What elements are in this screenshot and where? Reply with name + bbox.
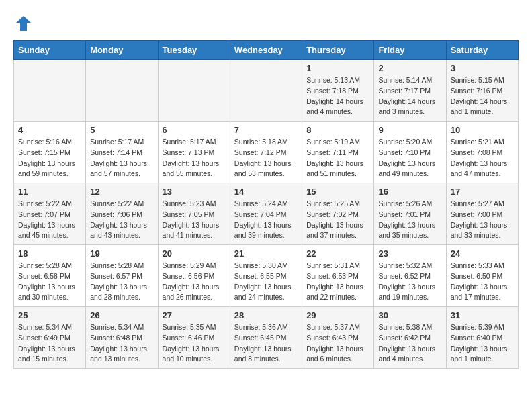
- calendar-cell: 12Sunrise: 5:22 AM Sunset: 7:06 PM Dayli…: [86, 183, 158, 245]
- day-number: 17: [451, 187, 514, 197]
- week-row-2: 4Sunrise: 5:16 AM Sunset: 7:15 PM Daylig…: [14, 122, 519, 183]
- week-row-5: 25Sunrise: 5:34 AM Sunset: 6:49 PM Dayli…: [14, 307, 519, 369]
- calendar-cell: 30Sunrise: 5:38 AM Sunset: 6:42 PM Dayli…: [374, 307, 446, 369]
- day-number: 12: [90, 187, 153, 197]
- calendar-cell: 29Sunrise: 5:37 AM Sunset: 6:43 PM Dayli…: [302, 307, 374, 369]
- day-info: Sunrise: 5:19 AM Sunset: 7:11 PM Dayligh…: [306, 137, 369, 179]
- page-header: [13, 13, 519, 34]
- day-info: Sunrise: 5:39 AM Sunset: 6:40 PM Dayligh…: [451, 322, 514, 365]
- day-info: Sunrise: 5:37 AM Sunset: 6:43 PM Dayligh…: [306, 322, 369, 365]
- day-info: Sunrise: 5:28 AM Sunset: 6:58 PM Dayligh…: [18, 261, 81, 303]
- calendar-cell: 4Sunrise: 5:16 AM Sunset: 7:15 PM Daylig…: [14, 122, 86, 183]
- day-number: 31: [451, 310, 514, 320]
- week-row-4: 18Sunrise: 5:28 AM Sunset: 6:58 PM Dayli…: [14, 245, 519, 307]
- day-number: 26: [90, 310, 153, 320]
- calendar-cell: 22Sunrise: 5:31 AM Sunset: 6:53 PM Dayli…: [302, 245, 374, 307]
- day-number: 1: [306, 63, 369, 73]
- day-number: 19: [90, 248, 153, 259]
- calendar-cell: [230, 60, 302, 122]
- day-number: 15: [306, 187, 369, 197]
- day-info: Sunrise: 5:18 AM Sunset: 7:12 PM Dayligh…: [234, 137, 298, 179]
- day-number: 6: [163, 125, 226, 135]
- day-number: 9: [378, 125, 441, 135]
- calendar-cell: 13Sunrise: 5:23 AM Sunset: 7:05 PM Dayli…: [158, 183, 230, 245]
- calendar-cell: 10Sunrise: 5:21 AM Sunset: 7:08 PM Dayli…: [446, 122, 518, 183]
- calendar-cell: 7Sunrise: 5:18 AM Sunset: 7:12 PM Daylig…: [230, 122, 302, 183]
- calendar-cell: 16Sunrise: 5:26 AM Sunset: 7:01 PM Dayli…: [374, 183, 446, 245]
- day-info: Sunrise: 5:13 AM Sunset: 7:18 PM Dayligh…: [306, 75, 369, 118]
- logo-icon: [13, 13, 34, 34]
- header-wednesday: Wednesday: [230, 41, 302, 60]
- day-info: Sunrise: 5:17 AM Sunset: 7:13 PM Dayligh…: [163, 137, 226, 179]
- day-number: 5: [90, 125, 153, 135]
- calendar-cell: 17Sunrise: 5:27 AM Sunset: 7:00 PM Dayli…: [446, 183, 518, 245]
- calendar-cell: 31Sunrise: 5:39 AM Sunset: 6:40 PM Dayli…: [446, 307, 518, 369]
- day-number: 24: [451, 248, 514, 259]
- day-number: 10: [451, 125, 514, 135]
- day-info: Sunrise: 5:20 AM Sunset: 7:10 PM Dayligh…: [378, 137, 441, 179]
- calendar-cell: 21Sunrise: 5:30 AM Sunset: 6:55 PM Dayli…: [230, 245, 302, 307]
- day-number: 18: [18, 248, 81, 259]
- calendar-cell: [14, 60, 86, 122]
- calendar-cell: 27Sunrise: 5:35 AM Sunset: 6:46 PM Dayli…: [158, 307, 230, 369]
- calendar-cell: 9Sunrise: 5:20 AM Sunset: 7:10 PM Daylig…: [374, 122, 446, 183]
- day-number: 30: [378, 310, 441, 320]
- day-info: Sunrise: 5:15 AM Sunset: 7:16 PM Dayligh…: [451, 75, 514, 118]
- day-number: 25: [18, 310, 81, 320]
- calendar-cell: 1Sunrise: 5:13 AM Sunset: 7:18 PM Daylig…: [302, 60, 374, 122]
- calendar-cell: [158, 60, 230, 122]
- day-info: Sunrise: 5:25 AM Sunset: 7:02 PM Dayligh…: [306, 199, 369, 241]
- day-info: Sunrise: 5:36 AM Sunset: 6:45 PM Dayligh…: [234, 322, 298, 365]
- calendar-cell: 3Sunrise: 5:15 AM Sunset: 7:16 PM Daylig…: [446, 60, 518, 122]
- header-saturday: Saturday: [446, 41, 518, 60]
- day-number: 13: [163, 187, 226, 197]
- day-info: Sunrise: 5:34 AM Sunset: 6:48 PM Dayligh…: [90, 322, 153, 365]
- day-info: Sunrise: 5:27 AM Sunset: 7:00 PM Dayligh…: [451, 199, 514, 241]
- day-number: 29: [306, 310, 369, 320]
- calendar-cell: 2Sunrise: 5:14 AM Sunset: 7:17 PM Daylig…: [374, 60, 446, 122]
- day-number: 21: [234, 248, 298, 259]
- day-info: Sunrise: 5:23 AM Sunset: 7:05 PM Dayligh…: [163, 199, 226, 241]
- logo: [13, 13, 38, 34]
- day-info: Sunrise: 5:14 AM Sunset: 7:17 PM Dayligh…: [378, 75, 441, 118]
- header-monday: Monday: [86, 41, 158, 60]
- day-info: Sunrise: 5:35 AM Sunset: 6:46 PM Dayligh…: [163, 322, 226, 365]
- day-info: Sunrise: 5:38 AM Sunset: 6:42 PM Dayligh…: [378, 322, 441, 365]
- day-info: Sunrise: 5:16 AM Sunset: 7:15 PM Dayligh…: [18, 137, 81, 179]
- day-info: Sunrise: 5:28 AM Sunset: 6:57 PM Dayligh…: [90, 261, 153, 303]
- calendar-cell: 5Sunrise: 5:17 AM Sunset: 7:14 PM Daylig…: [86, 122, 158, 183]
- calendar-cell: 20Sunrise: 5:29 AM Sunset: 6:56 PM Dayli…: [158, 245, 230, 307]
- day-number: 27: [163, 310, 226, 320]
- header-sunday: Sunday: [14, 41, 86, 60]
- day-info: Sunrise: 5:21 AM Sunset: 7:08 PM Dayligh…: [451, 137, 514, 179]
- calendar-cell: 11Sunrise: 5:22 AM Sunset: 7:07 PM Dayli…: [14, 183, 86, 245]
- calendar-header-row: SundayMondayTuesdayWednesdayThursdayFrid…: [14, 41, 519, 60]
- week-row-3: 11Sunrise: 5:22 AM Sunset: 7:07 PM Dayli…: [14, 183, 519, 245]
- day-number: 8: [306, 125, 369, 135]
- svg-marker-0: [16, 16, 31, 31]
- calendar-cell: 18Sunrise: 5:28 AM Sunset: 6:58 PM Dayli…: [14, 245, 86, 307]
- header-thursday: Thursday: [302, 41, 374, 60]
- day-number: 23: [378, 248, 441, 259]
- day-number: 11: [18, 187, 81, 197]
- day-info: Sunrise: 5:32 AM Sunset: 6:52 PM Dayligh…: [378, 261, 441, 303]
- day-info: Sunrise: 5:24 AM Sunset: 7:04 PM Dayligh…: [234, 199, 298, 241]
- day-info: Sunrise: 5:34 AM Sunset: 6:49 PM Dayligh…: [18, 322, 81, 365]
- calendar-cell: 23Sunrise: 5:32 AM Sunset: 6:52 PM Dayli…: [374, 245, 446, 307]
- calendar-table: SundayMondayTuesdayWednesdayThursdayFrid…: [13, 40, 519, 369]
- day-info: Sunrise: 5:30 AM Sunset: 6:55 PM Dayligh…: [234, 261, 298, 303]
- day-info: Sunrise: 5:26 AM Sunset: 7:01 PM Dayligh…: [378, 199, 441, 241]
- calendar-cell: 24Sunrise: 5:33 AM Sunset: 6:50 PM Dayli…: [446, 245, 518, 307]
- day-number: 2: [378, 63, 441, 73]
- calendar-cell: 19Sunrise: 5:28 AM Sunset: 6:57 PM Dayli…: [86, 245, 158, 307]
- calendar-cell: 25Sunrise: 5:34 AM Sunset: 6:49 PM Dayli…: [14, 307, 86, 369]
- day-number: 14: [234, 187, 298, 197]
- day-info: Sunrise: 5:22 AM Sunset: 7:07 PM Dayligh…: [18, 199, 81, 241]
- week-row-1: 1Sunrise: 5:13 AM Sunset: 7:18 PM Daylig…: [14, 60, 519, 122]
- calendar-cell: 26Sunrise: 5:34 AM Sunset: 6:48 PM Dayli…: [86, 307, 158, 369]
- day-number: 7: [234, 125, 298, 135]
- calendar-cell: 15Sunrise: 5:25 AM Sunset: 7:02 PM Dayli…: [302, 183, 374, 245]
- day-number: 3: [451, 63, 514, 73]
- day-info: Sunrise: 5:31 AM Sunset: 6:53 PM Dayligh…: [306, 261, 369, 303]
- calendar-cell: 6Sunrise: 5:17 AM Sunset: 7:13 PM Daylig…: [158, 122, 230, 183]
